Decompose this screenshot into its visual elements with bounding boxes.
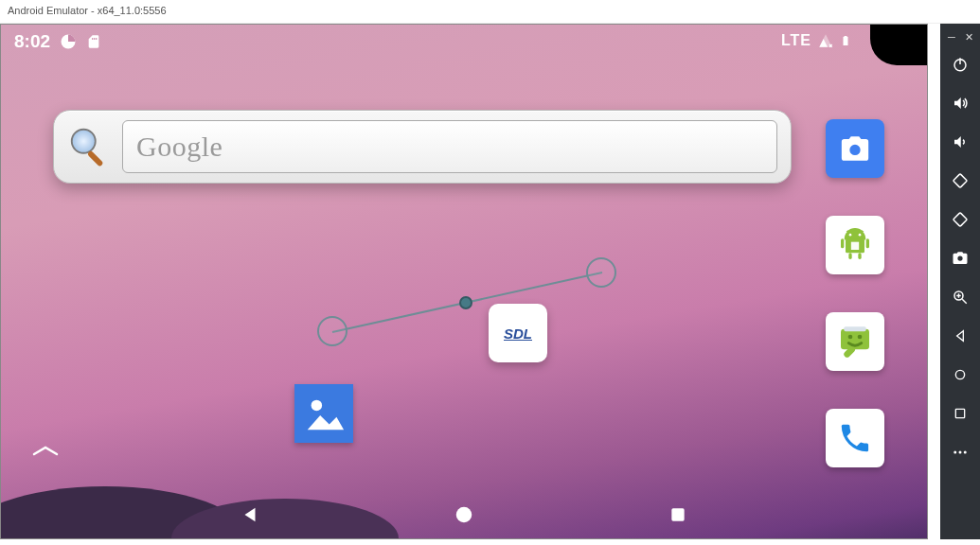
touch-point-icon xyxy=(317,316,347,346)
app-sdl[interactable]: SDL xyxy=(489,304,547,362)
svg-point-6 xyxy=(312,400,323,412)
svg-line-5 xyxy=(332,272,602,332)
window-title-label: Android Emulator - x64_11.0:5556 xyxy=(8,5,167,16)
toolbar-screenshot-button[interactable] xyxy=(940,238,980,277)
app-drawer-hint-icon[interactable] xyxy=(32,445,59,458)
toolbar-rotate-right-button[interactable] xyxy=(940,200,980,238)
pivot-point-icon xyxy=(459,296,472,309)
gesture-line xyxy=(313,252,626,365)
status-bar[interactable]: 8:02 LTE xyxy=(1,25,927,59)
svg-rect-13 xyxy=(858,253,861,259)
android-screen[interactable]: 8:02 LTE Google xyxy=(0,24,928,539)
svg-point-34 xyxy=(953,450,956,453)
app-phone[interactable] xyxy=(826,409,884,467)
svg-rect-26 xyxy=(953,212,968,226)
svg-rect-20 xyxy=(844,326,865,331)
home-dock xyxy=(826,119,884,467)
signal-icon xyxy=(817,33,834,48)
svg-rect-12 xyxy=(848,253,851,259)
battery-icon xyxy=(840,32,851,49)
window-title: Android Emulator - x64_11.0:5556 xyxy=(0,0,980,24)
sdl-label: SDL xyxy=(504,325,532,342)
svg-point-21 xyxy=(456,507,472,523)
android-icon xyxy=(836,226,874,264)
app-camera[interactable] xyxy=(826,119,884,178)
svg-rect-10 xyxy=(841,238,844,248)
gutter xyxy=(928,24,940,539)
toolbar-overview-button[interactable] xyxy=(940,394,980,432)
svg-point-3 xyxy=(73,131,95,152)
toolbar-rotate-left-button[interactable] xyxy=(940,161,980,200)
toolbar-volume-up-button[interactable] xyxy=(940,83,980,122)
google-search-widget[interactable]: Google xyxy=(53,110,792,184)
svg-rect-22 xyxy=(671,508,684,520)
status-clock: 8:02 xyxy=(14,31,50,52)
search-icon xyxy=(67,125,111,168)
app-android-robot[interactable] xyxy=(826,216,884,274)
navigation-bar xyxy=(1,491,927,538)
gallery-icon xyxy=(302,392,346,435)
svg-rect-16 xyxy=(851,242,859,250)
toolbar-back-button[interactable] xyxy=(940,316,980,355)
sd-card-icon xyxy=(86,33,101,50)
do-not-disturb-icon xyxy=(60,33,77,50)
svg-rect-33 xyxy=(955,409,964,417)
phone-icon xyxy=(837,420,873,456)
svg-point-35 xyxy=(959,450,962,453)
search-input[interactable]: Google xyxy=(122,120,777,173)
toolbar-volume-down-button[interactable] xyxy=(940,122,980,161)
pinch-gesture-overlay xyxy=(313,252,626,365)
minimize-icon[interactable]: ─ xyxy=(948,32,957,42)
svg-line-29 xyxy=(962,299,967,304)
camera-icon xyxy=(839,132,871,165)
touch-point-icon xyxy=(586,257,616,288)
toolbar-zoom-button[interactable] xyxy=(940,277,980,316)
svg-point-32 xyxy=(955,370,964,378)
emulator-toolbar: ─ ✕ xyxy=(940,24,980,539)
app-gallery[interactable] xyxy=(294,384,353,443)
nav-home-button[interactable] xyxy=(452,502,476,527)
svg-rect-11 xyxy=(866,238,869,248)
toolbar-more-button[interactable] xyxy=(940,432,980,471)
svg-point-15 xyxy=(859,234,862,237)
svg-point-19 xyxy=(858,335,863,340)
svg-point-14 xyxy=(849,234,852,237)
app-messages[interactable] xyxy=(826,312,884,371)
svg-rect-25 xyxy=(953,173,968,187)
svg-point-18 xyxy=(848,335,853,340)
toolbar-power-button[interactable] xyxy=(940,44,980,83)
close-icon[interactable]: ✕ xyxy=(965,32,974,42)
svg-rect-4 xyxy=(87,150,104,167)
svg-point-27 xyxy=(957,255,962,260)
nav-back-button[interactable] xyxy=(238,502,262,527)
nav-overview-button[interactable] xyxy=(666,502,690,527)
toolbar-home-button[interactable] xyxy=(940,355,980,394)
svg-point-36 xyxy=(964,450,967,453)
toolbar-window-controls: ─ ✕ xyxy=(940,29,980,44)
messages-icon xyxy=(836,323,874,360)
network-label: LTE xyxy=(781,32,811,49)
search-placeholder: Google xyxy=(136,131,223,163)
